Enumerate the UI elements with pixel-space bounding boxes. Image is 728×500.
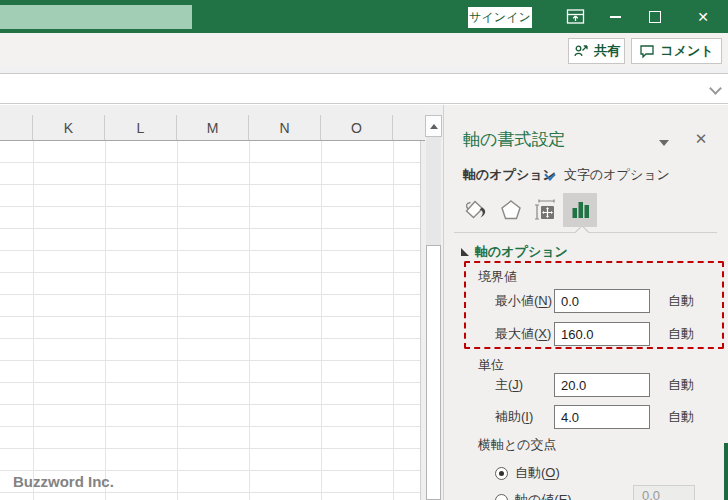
comment-button[interactable]: コメント [631,38,722,64]
radio-selected-icon [495,467,508,480]
column-header-n[interactable]: N [249,115,321,140]
minor-unit-auto-label: 自動 [668,405,694,429]
crosses-value-text: 軸の値( [515,492,559,500]
crosses-auto-access-key: O [545,465,555,480]
scrollbar-track[interactable] [426,137,441,245]
title-bar: サインイン ✕ [0,0,728,33]
axis-options-tab[interactable] [563,193,597,227]
section-title: 軸のオプション [475,243,568,261]
sign-in-button[interactable]: サインイン [468,7,532,28]
crosses-value-close: ) [567,492,571,500]
major-unit-label: 主(J) [495,373,523,397]
gridline [321,141,322,500]
minor-unit-label-close: ) [529,409,533,424]
close-icon[interactable]: ✕ [688,0,718,33]
ribbon-display-options-icon[interactable] [560,0,590,33]
crosses-value-option[interactable]: 軸の値(E) [495,491,572,500]
crosses-auto-label: 自動(O) [515,464,560,482]
share-button[interactable]: 共有 [568,38,625,64]
pane-close-button[interactable]: ✕ [690,129,712,149]
radio-unselected-icon [495,494,508,500]
crosses-auto-close: ) [555,465,559,480]
minor-unit-label-text: 補助( [495,409,525,424]
column-header-l[interactable]: L [105,115,177,140]
worksheet: K L M N O Buzzword Inc. [0,105,425,500]
crosses-value-input [633,485,695,500]
major-unit-label-text: 主( [495,377,512,392]
column-headers: K L M N O [0,115,425,141]
tab-axis-options[interactable]: 軸のオプション [463,166,556,184]
selected-tab-notch [575,225,589,239]
major-unit-input[interactable] [554,373,650,397]
column-header-partial-left[interactable] [0,115,33,140]
scroll-up-icon [430,124,438,129]
formula-bar[interactable] [0,73,728,104]
minor-unit-input[interactable] [554,405,650,429]
sheet-right-edge [420,141,421,500]
cell-grid[interactable] [0,141,420,500]
gridline [177,141,178,500]
cell-text-buzzword: Buzzword Inc. [13,471,114,493]
comment-label: コメント [660,42,713,60]
scrollbar-thumb[interactable] [426,245,441,500]
minimize-icon[interactable] [600,0,630,33]
fill-line-tab[interactable] [458,193,492,227]
column-header-o[interactable]: O [321,115,393,140]
minor-unit-label: 補助(I) [495,405,533,429]
effects-tab[interactable] [494,193,528,227]
gridline [249,141,250,500]
gridline [393,141,394,500]
column-header-k[interactable]: K [33,115,105,140]
pentagon-icon [497,196,525,224]
major-unit-auto-label: 自動 [668,373,694,397]
major-unit-label-close: ) [519,377,523,392]
pane-close-glyph: ✕ [695,130,708,148]
crosses-value-access-key: E [559,492,568,500]
titlebar-redaction [0,5,192,29]
collapse-triangle-icon [461,248,469,256]
pane-dropdown-button[interactable] [654,135,674,151]
tab-text-options[interactable]: 文字のオプション [564,166,670,184]
ribbon-gap [0,66,728,73]
column-header-m[interactable]: M [177,115,249,140]
axis-crosses-label: 横軸との交点 [478,436,557,454]
highlight-annotation-box [464,261,724,349]
crosses-value-label: 軸の値(E) [515,491,572,500]
chevron-down-icon [659,140,669,146]
command-bar: 共有 コメント [0,33,728,66]
share-label: 共有 [594,42,620,60]
column-header-partial-right[interactable] [393,115,420,140]
units-group-label: 単位 [478,356,504,374]
scroll-up-button[interactable] [425,115,442,137]
crosses-auto-text: 自動( [515,465,545,480]
share-icon [573,43,589,59]
section-axis-options[interactable]: 軸のオプション [461,243,568,261]
paint-bucket-icon [461,196,489,224]
maximize-icon[interactable] [640,0,670,33]
bar-chart-icon [566,196,594,224]
sheet-vertical-scrollbar [425,105,443,500]
size-properties-tab[interactable] [528,193,562,227]
gridline [105,141,106,500]
pane-title: 軸の書式設定 [463,128,565,151]
comment-icon [639,43,655,59]
format-axis-pane: 軸の書式設定 ✕ 軸のオプション 文字のオプション [443,105,728,500]
gridline [33,141,34,500]
size-properties-icon [531,196,559,224]
chart-edge-strip [724,443,728,500]
crosses-auto-option[interactable]: 自動(O) [495,464,560,482]
close-glyph: ✕ [697,10,709,24]
